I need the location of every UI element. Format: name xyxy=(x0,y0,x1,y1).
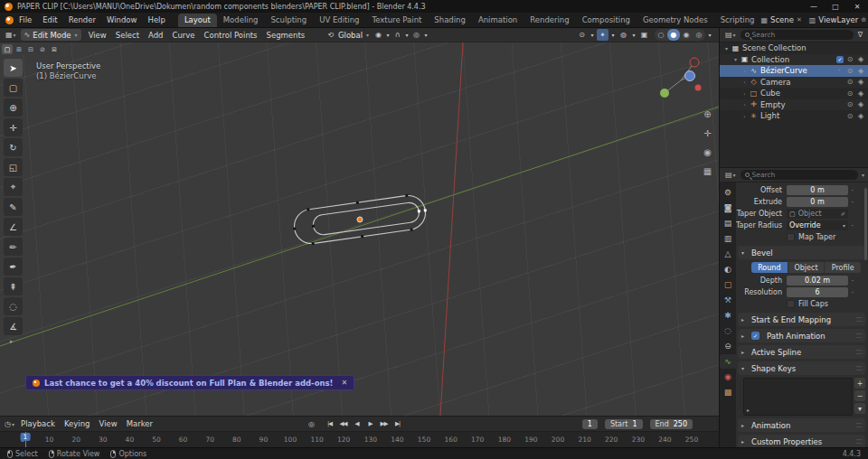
tool-rotate[interactable]: ↻ xyxy=(4,138,23,156)
select-invert-button[interactable]: ⊘ xyxy=(37,44,48,54)
properties-tab-physics[interactable]: ◌ xyxy=(720,323,736,338)
notification-banner[interactable]: Last chance to get a 40% discount on Ful… xyxy=(25,375,354,390)
editor-type-icon[interactable]: ▤▾ xyxy=(723,31,738,39)
tool-extrude[interactable]: ⇞ xyxy=(4,277,23,295)
menu-playback[interactable]: Playback xyxy=(16,419,60,428)
menu-edit[interactable]: Edit xyxy=(37,15,62,24)
snap-dropdown[interactable]: ▾ xyxy=(403,29,410,41)
workspace-tab-shading[interactable]: Shading xyxy=(428,14,472,27)
collection-checkbox[interactable]: ✓ xyxy=(836,56,844,63)
value-field-extrude[interactable]: 0 m xyxy=(787,197,848,207)
play-reverse-button[interactable]: ◀ xyxy=(351,418,363,429)
tool-annotate[interactable]: ✎ xyxy=(4,198,23,216)
properties-tab-view-layer[interactable]: ▥ xyxy=(720,231,736,246)
expander-icon[interactable]: ▾ xyxy=(722,45,731,52)
play-button[interactable]: ▶ xyxy=(364,418,376,429)
editor-type-icon[interactable]: ▦▾ xyxy=(4,31,18,39)
menu-select[interactable]: Select xyxy=(111,31,144,40)
checkbox-map-taper[interactable] xyxy=(787,233,795,241)
menu-render[interactable]: Render xyxy=(63,15,101,24)
chevron-down-icon[interactable]: ▾ xyxy=(862,172,864,178)
animate-decorator[interactable]: · xyxy=(848,288,857,297)
outliner-row-camera[interactable]: ›◇Camera⊙◈ xyxy=(720,77,868,89)
proportional-editing-toggle[interactable]: ◎ xyxy=(410,29,422,41)
jump-to-start-button[interactable]: |◀ xyxy=(324,418,335,429)
properties-search-input[interactable]: Search xyxy=(741,170,858,180)
menu-help[interactable]: Help xyxy=(142,15,170,24)
viewport-canvas[interactable] xyxy=(0,42,719,416)
remove-shape-key-button[interactable]: − xyxy=(854,390,865,401)
timeline-ruler[interactable]: 0102030405060708090100110120130140150160… xyxy=(0,431,719,447)
workspace-tab-animation[interactable]: Animation xyxy=(472,14,524,27)
close-icon[interactable]: ✕ xyxy=(341,379,347,387)
frame-end-field[interactable]: End250 xyxy=(650,419,693,429)
viewlayer-new-icon[interactable]: ⊕ xyxy=(861,16,866,23)
object-picker-taper-object[interactable]: ▢Object✐ xyxy=(787,209,848,219)
properties-tab-scene[interactable]: △ xyxy=(720,247,736,261)
hide-in-viewport-icon[interactable]: ⊙ xyxy=(845,55,854,63)
hide-in-viewport-icon[interactable]: ⊙ xyxy=(845,100,854,108)
expander-icon[interactable]: › xyxy=(741,90,749,97)
workspace-tab-sculpting[interactable]: Sculpting xyxy=(264,14,313,27)
tool-measure[interactable]: ∠ xyxy=(4,218,23,236)
outliner-search-input[interactable]: Search xyxy=(741,30,854,40)
hide-in-viewport-icon[interactable]: ⊙ xyxy=(845,112,854,120)
maximize-button[interactable]: □ xyxy=(825,0,846,13)
panel-header-active-spline[interactable]: ▸Active Spline:::: xyxy=(738,345,865,359)
panel-header-bevel[interactable]: ▾Bevel xyxy=(738,246,865,259)
value-field-offset[interactable]: 0 m xyxy=(787,185,848,195)
hide-in-viewport-icon[interactable]: ⊙ xyxy=(845,89,854,98)
properties-tab-constraints[interactable]: ⊖ xyxy=(720,339,736,353)
jump-to-end-button[interactable]: ▶| xyxy=(392,418,403,429)
menu-add[interactable]: Add xyxy=(144,31,167,40)
properties-tab-render[interactable]: ◙ xyxy=(720,201,736,215)
checkbox-path-animation[interactable]: ✓ xyxy=(751,332,760,340)
outliner-row-empty[interactable]: ›✛Empty⊙◈ xyxy=(720,99,868,111)
auto-keying-toggle[interactable]: ◎ xyxy=(306,418,317,430)
bevel-tab-profile[interactable]: Profile xyxy=(825,262,861,273)
value-field-depth[interactable]: 0.02 m xyxy=(787,276,848,286)
axis-x-handle[interactable] xyxy=(690,58,699,67)
disable-in-renders-icon[interactable]: ◈ xyxy=(856,89,865,98)
panel-header-animation[interactable]: ▸Animation:::: xyxy=(738,418,865,432)
properties-tab-output[interactable]: ▤ xyxy=(720,216,736,230)
expander-icon[interactable]: › xyxy=(741,79,749,85)
dropdown-taper-radius[interactable]: Override▾ xyxy=(787,220,848,230)
bevel-tab-object[interactable]: Object xyxy=(788,262,825,273)
hide-in-viewport-icon[interactable]: ⊙ xyxy=(845,78,854,86)
menu-keying[interactable]: Keying xyxy=(60,419,95,428)
tool-radius[interactable]: ◌ xyxy=(4,297,23,315)
tool-move[interactable]: ✛ xyxy=(4,118,23,136)
viewport-3d[interactable]: ▦▾ ∿ Edit Mode ▾ ViewSelectAddCurveContr… xyxy=(0,28,719,416)
panel-header-start-end-mapping[interactable]: ▸Start & End Mapping:::: xyxy=(738,313,865,326)
xray-toggle[interactable]: ▣ xyxy=(638,29,650,41)
checkbox-fill-caps[interactable] xyxy=(787,300,795,308)
tool-draw[interactable]: ✏ xyxy=(4,238,23,256)
workspace-tab-rendering[interactable]: Rendering xyxy=(524,14,575,27)
select-intersect-button[interactable]: ⊠ xyxy=(49,44,60,54)
toggle-orthographic-icon[interactable]: ▦ xyxy=(701,164,714,178)
workspace-tab-compositing[interactable]: Compositing xyxy=(576,14,637,27)
previous-keyframe-button[interactable]: ◀◀ xyxy=(337,418,349,429)
select-set-button[interactable]: ▢ xyxy=(2,44,13,54)
menu-file[interactable]: File xyxy=(14,15,37,24)
add-shape-key-button[interactable]: + xyxy=(854,378,865,389)
toolbar-expand-icon[interactable]: ▸ xyxy=(10,338,23,345)
gizmos-toggle[interactable]: ⌖ xyxy=(597,29,609,41)
mode-selector[interactable]: ∿ Edit Mode ▾ xyxy=(21,29,81,41)
expander-icon[interactable]: › xyxy=(741,113,749,119)
menu-view[interactable]: View xyxy=(84,31,111,40)
expand-icon[interactable]: ▸ xyxy=(747,407,750,413)
properties-tab-modifiers[interactable]: ⚒ xyxy=(720,293,736,307)
shading-dropdown[interactable]: ▾ xyxy=(706,29,713,41)
value-field-resolution[interactable]: 6 xyxy=(787,287,848,297)
disable-in-renders-icon[interactable]: ◈ xyxy=(856,78,865,86)
outliner-row-light[interactable]: ›✳Light⊙◈ xyxy=(720,110,868,122)
overlays-toggle[interactable]: ◍ xyxy=(618,29,629,41)
shape-key-specials-button[interactable]: ▾ xyxy=(854,403,865,414)
outliner-row-scene-collection[interactable]: ▾▦Scene Collection xyxy=(720,42,868,54)
eyedropper-icon[interactable]: ✐ xyxy=(841,211,845,217)
blender-menu-icon[interactable] xyxy=(5,16,14,24)
tool-tilt[interactable]: ∡ xyxy=(4,317,23,335)
next-keyframe-button[interactable]: ▶▶ xyxy=(378,418,390,429)
